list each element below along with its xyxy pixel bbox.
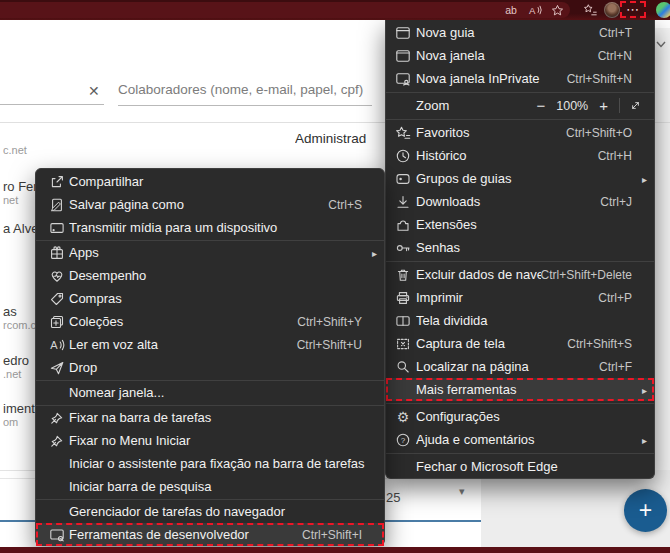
menu-item-favoritos[interactable]: FavoritosCtrl+Shift+O: [386, 121, 654, 144]
menu-item-transmitir-midia[interactable]: Transmitir mídia para um dispositivo: [36, 216, 384, 239]
menu-item-nova-guia[interactable]: Nova guiaCtrl+T: [386, 21, 654, 44]
drop-icon: [49, 360, 65, 376]
zoom-in-button[interactable]: +: [597, 97, 610, 114]
browser-toolbar: ab A ⋯: [0, 0, 670, 20]
role-text: Administrad: [295, 131, 385, 146]
menu-item-label: Mais ferramentas: [416, 382, 646, 397]
menu-item-localizar-na-pagina[interactable]: Localizar na páginaCtrl+F: [386, 355, 654, 378]
menu-item-fechar-edge[interactable]: Fechar o Microsoft Edge: [386, 455, 654, 478]
menu-item-label: Desempenho: [69, 268, 376, 283]
menu-item-ferramentas-desenvolvedor[interactable]: Ferramentas de desenvolvedorCtrl+Shift+I: [36, 523, 384, 546]
read-aloud-icon[interactable]: A: [526, 0, 544, 20]
menu-item-label: Drop: [69, 360, 376, 375]
profile-avatar[interactable]: [604, 2, 620, 18]
add-collaborator-fab[interactable]: +: [624, 489, 667, 532]
menu-item-zoom[interactable]: Zoom−100%+: [386, 94, 654, 117]
menu-item-label: Excluir dados de navegação: [416, 267, 541, 282]
menu-item-colecoes[interactable]: ColeçõesCtrl+Shift+Y: [36, 310, 384, 333]
pin-icon: [49, 433, 65, 449]
menu-item-nova-janela[interactable]: Nova janelaCtrl+N: [386, 44, 654, 67]
apps-icon: [49, 245, 65, 261]
menu-item-label: Zoom: [416, 98, 534, 113]
performance-icon: [49, 268, 65, 284]
chevron-down-icon[interactable]: [656, 34, 666, 52]
devtools-icon: [49, 527, 65, 543]
menu-item-label: Fixar na barra de tarefas: [69, 410, 376, 425]
translate-icon[interactable]: ab: [502, 0, 520, 20]
menu-item-label: Salvar página como: [69, 197, 328, 212]
menu-item-shortcut: Ctrl+J: [600, 195, 632, 209]
menu-item-historico[interactable]: HistóricoCtrl+H: [386, 144, 654, 167]
menu-item-compras[interactable]: Compras: [36, 287, 384, 310]
menu-item-label: Imprimir: [416, 290, 598, 305]
menu-item-fixar-menu-iniciar[interactable]: Fixar no Menu Iniciar: [36, 429, 384, 452]
menu-item-grupos-de-guias[interactable]: Grupos de guias▸: [386, 167, 654, 190]
menu-item-label: Favoritos: [416, 125, 566, 140]
menu-item-shortcut: Ctrl+Shift+N: [567, 72, 632, 86]
window-bottom-edge: [0, 547, 670, 553]
menu-item-apps[interactable]: Apps▸: [36, 241, 384, 264]
menu-item-shortcut: Ctrl+H: [598, 149, 632, 163]
submenu-arrow-icon: ▸: [642, 173, 647, 184]
menu-item-salvar-pagina-como[interactable]: Salvar página comoCtrl+S: [36, 193, 384, 216]
menu-separator: [386, 403, 654, 404]
menu-item-label: Apps: [69, 245, 376, 260]
collections-icon: [49, 314, 65, 330]
menu-item-excluir-dados[interactable]: Excluir dados de navegaçãoCtrl+Shift+Del…: [386, 263, 654, 286]
favorites-bar-icon[interactable]: [580, 0, 600, 20]
collaborators-search-input[interactable]: Colaboradores (nome, e-mail, papel, cpf): [118, 82, 363, 97]
menu-item-desempenho[interactable]: Desempenho: [36, 264, 384, 287]
fullscreen-icon[interactable]: [629, 99, 642, 112]
menu-item-drop[interactable]: Drop: [36, 356, 384, 379]
menu-item-nova-janela-inprivate[interactable]: Nova janela InPrivateCtrl+Shift+N: [386, 67, 654, 90]
menu-item-imprimir[interactable]: ImprimirCtrl+P: [386, 286, 654, 309]
menu-item-label: Configurações: [416, 409, 646, 424]
menu-item-tela-dividida[interactable]: Tela dividida: [386, 309, 654, 332]
icon-placeholder: [395, 98, 411, 114]
menu-separator: [386, 119, 654, 120]
menu-item-senhas[interactable]: Senhas: [386, 236, 654, 259]
shopping-icon: [49, 291, 65, 307]
settings-and-more-button[interactable]: ⋯: [620, 1, 646, 18]
menu-item-label: Compras: [69, 291, 376, 306]
menu-item-label: Grupos de guias: [416, 171, 646, 186]
menu-item-configuracoes[interactable]: ⚙Configurações: [386, 405, 654, 428]
menu-item-captura-de-tela[interactable]: Captura de telaCtrl+Shift+S: [386, 332, 654, 355]
menu-item-compartilhar[interactable]: Compartilhar: [36, 170, 384, 193]
menu-item-downloads[interactable]: DownloadsCtrl+J: [386, 190, 654, 213]
more-tools-submenu: CompartilharSalvar página comoCtrl+STran…: [35, 168, 385, 546]
favorite-star-icon[interactable]: [548, 0, 566, 20]
browser-essentials-icon[interactable]: [656, 2, 670, 18]
menu-item-shortcut: Ctrl+Shift+Delete: [541, 268, 632, 282]
menu-item-iniciar-barra-pesquisa[interactable]: Iniciar barra de pesquisa: [36, 475, 384, 498]
menu-item-nomear-janela[interactable]: Nomear janela...: [36, 381, 384, 404]
menu-item-label: Histórico: [416, 148, 598, 163]
menu-item-extensoes[interactable]: Extensões: [386, 213, 654, 236]
menu-item-fixar-barra-tarefas[interactable]: Fixar na barra de tarefas: [36, 406, 384, 429]
menu-item-label: Coleções: [69, 314, 297, 329]
menu-item-shortcut: Ctrl+S: [328, 198, 362, 212]
menu-item-mais-ferramentas[interactable]: Mais ferramentas▸: [386, 378, 654, 401]
menu-item-gerenciador-tarefas[interactable]: Gerenciador de tarefas do navegador: [36, 500, 384, 523]
menu-item-ler-em-voz-alta[interactable]: ALer em voz altaCtrl+Shift+U: [36, 333, 384, 356]
screenshot-icon: [395, 336, 411, 352]
menu-item-label: Tela dividida: [416, 313, 646, 328]
menu-item-label: Nova janela InPrivate: [416, 71, 567, 86]
help-icon: ?: [395, 432, 411, 448]
menu-separator: [386, 92, 654, 93]
menu-item-iniciar-assistente-fixacao[interactable]: Iniciar o assistente para fixação na bar…: [36, 452, 384, 475]
menu-item-shortcut: Ctrl+N: [598, 49, 632, 63]
menu-item-label: Iniciar barra de pesquisa: [69, 479, 376, 494]
clear-search-icon[interactable]: ✕: [88, 83, 100, 99]
menu-item-label: Ajuda e comentários: [416, 432, 646, 447]
search-input-underline: [0, 104, 104, 105]
select-caret-icon[interactable]: ▾: [459, 485, 465, 498]
address-bar[interactable]: [0, 2, 570, 18]
page-size-select[interactable]: 25: [386, 490, 400, 505]
menu-item-shortcut: Ctrl+Shift+I: [302, 528, 362, 542]
print-icon: [395, 290, 411, 306]
menu-item-label: Gerenciador de tarefas do navegador: [69, 504, 376, 519]
menu-item-label: Senhas: [416, 240, 646, 255]
zoom-out-button[interactable]: −: [534, 97, 547, 114]
menu-item-ajuda-e-comentarios[interactable]: ?Ajuda e comentários▸: [386, 428, 654, 451]
